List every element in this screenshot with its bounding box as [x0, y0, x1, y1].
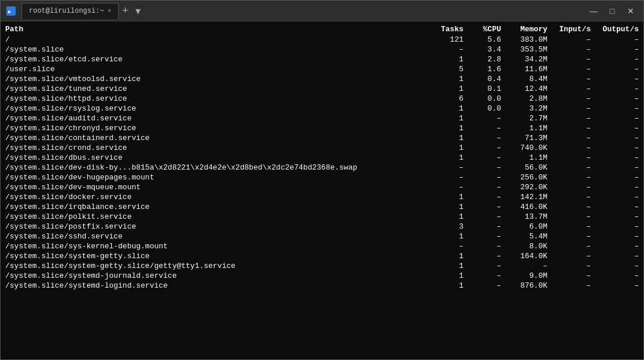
table-row: /system.slice/system-getty.slice/getty@t…	[1, 261, 643, 271]
cell-output: –	[595, 94, 639, 103]
table-row: /system.slice – 3.4 353.5M – –	[1, 45, 643, 54]
cell-output: –	[595, 163, 639, 172]
cell-output: –	[595, 281, 639, 290]
cell-cpu: –	[468, 124, 506, 133]
cell-memory: 164.0K	[506, 252, 552, 260]
cell-input: –	[552, 134, 595, 142]
cell-path: /system.slice/etcd.service	[5, 55, 428, 64]
cell-memory: 56.0K	[506, 163, 552, 172]
cell-output: –	[595, 242, 639, 251]
header-memory: Memory	[506, 25, 552, 34]
cell-cpu: –	[468, 193, 506, 201]
cell-cpu: 5.6	[468, 35, 506, 44]
cell-memory: 2.7M	[506, 114, 552, 123]
header-output: Output/s	[595, 25, 639, 34]
new-tab-button[interactable]: +	[119, 5, 132, 17]
cell-output: –	[595, 85, 639, 93]
tab-root[interactable]: root@liruilongsi:~ ×	[21, 3, 119, 19]
terminal-content: Path Tasks %CPU Memory Input/s Output/s …	[1, 21, 643, 359]
cell-memory: 2.8M	[506, 94, 552, 103]
cell-tasks: 1	[428, 281, 468, 290]
maximize-button[interactable]: □	[604, 3, 620, 19]
cell-cpu: 1.6	[468, 65, 506, 74]
table-row: /system.slice/postfix.service 3 – 6.0M –…	[1, 222, 643, 232]
cell-input: –	[552, 55, 595, 64]
cell-tasks: 1	[428, 114, 468, 123]
cell-tasks: –	[428, 242, 468, 251]
cell-output: –	[595, 183, 639, 192]
cell-output: –	[595, 55, 639, 64]
cell-input: –	[552, 85, 595, 93]
cell-cpu: –	[468, 144, 506, 152]
cell-cpu: –	[468, 134, 506, 142]
table-row: /system.slice/sys-kernel-debug.mount – –…	[1, 241, 643, 251]
cell-tasks: 1	[428, 55, 468, 64]
cell-memory: 876.0K	[506, 281, 552, 290]
cell-output: –	[595, 203, 639, 211]
cell-output: –	[595, 114, 639, 123]
cell-path: /system.slice/vmtoolsd.service	[5, 75, 428, 83]
cell-input: –	[552, 65, 595, 74]
cell-memory: 416.0K	[506, 203, 552, 211]
cell-path: /system.slice/containerd.service	[5, 134, 428, 142]
cell-tasks: 1	[428, 262, 468, 270]
close-tab-button[interactable]: ×	[108, 8, 112, 14]
cell-tasks: –	[428, 183, 468, 192]
cell-path: /system.slice/httpd.service	[5, 94, 428, 103]
cell-input: –	[552, 193, 595, 201]
cell-output: –	[595, 222, 639, 231]
table-row: /system.slice/polkit.service 1 – 13.7M –…	[1, 212, 643, 222]
cell-output: –	[595, 173, 639, 182]
cell-memory: 3.2M	[506, 104, 552, 113]
cell-memory: 256.0K	[506, 173, 552, 182]
cell-output: –	[595, 75, 639, 83]
cell-path: /system.slice/systemd-logind.service	[5, 281, 428, 290]
table-row: /system.slice/docker.service 1 – 142.1M …	[1, 192, 643, 202]
cell-output: –	[595, 212, 639, 221]
cell-cpu: –	[468, 153, 506, 162]
cell-memory: 12.4M	[506, 85, 552, 93]
table-row: /system.slice/rsyslog.service 1 0.0 3.2M…	[1, 104, 643, 113]
cell-memory: 71.3M	[506, 134, 552, 142]
table-row: / 121 5.6 383.0M – –	[1, 35, 643, 45]
table-row: /system.slice/httpd.service 6 0.0 2.8M –…	[1, 94, 643, 104]
cell-tasks: 121	[428, 35, 468, 44]
cell-input: –	[552, 203, 595, 211]
cell-input: –	[552, 94, 595, 103]
table-row: /system.slice/dbus.service 1 – 1.1M – –	[1, 153, 643, 163]
cell-cpu: 0.0	[468, 104, 506, 113]
cell-input: –	[552, 271, 595, 280]
dropdown-button[interactable]: ▾	[132, 5, 144, 17]
table-row: /system.slice/vmtoolsd.service 1 0.4 8.4…	[1, 74, 643, 84]
titlebar: ▶ root@liruilongsi:~ × + ▾ — □ ✕	[1, 1, 643, 21]
cell-input: –	[552, 232, 595, 241]
table-row: /system.slice/containerd.service 1 – 71.…	[1, 133, 643, 143]
cell-output: –	[595, 153, 639, 162]
cell-memory: 142.1M	[506, 193, 552, 201]
cell-tasks: 1	[428, 104, 468, 113]
cell-path: /system.slice/docker.service	[5, 193, 428, 201]
cell-path: /system.slice/chronyd.service	[5, 124, 428, 133]
cell-output: –	[595, 193, 639, 201]
cell-memory: 6.0M	[506, 222, 552, 231]
table-row: /system.slice/dev-mqueue.mount – – 292.0…	[1, 182, 643, 192]
cell-cpu: –	[468, 212, 506, 221]
cell-cpu: –	[468, 232, 506, 241]
cell-path: /system.slice/system-getty.slice/getty@t…	[5, 262, 428, 270]
close-window-button[interactable]: ✕	[623, 3, 639, 19]
cell-path: /system.slice/irqbalance.service	[5, 203, 428, 211]
cell-path: /system.slice/dev-hugepages.mount	[5, 173, 428, 182]
cell-input: –	[552, 124, 595, 133]
cell-tasks: 1	[428, 144, 468, 152]
cell-memory: 13.7M	[506, 212, 552, 221]
cell-tasks: –	[428, 45, 468, 54]
cell-input: –	[552, 75, 595, 83]
header-tasks: Tasks	[428, 25, 468, 34]
cell-tasks: –	[428, 163, 468, 172]
minimize-button[interactable]: —	[586, 3, 602, 19]
cell-tasks: 3	[428, 222, 468, 231]
cell-input: –	[552, 242, 595, 251]
cell-cpu: 2.8	[468, 55, 506, 64]
cell-output: –	[595, 65, 639, 74]
cell-memory: 1.1M	[506, 124, 552, 133]
